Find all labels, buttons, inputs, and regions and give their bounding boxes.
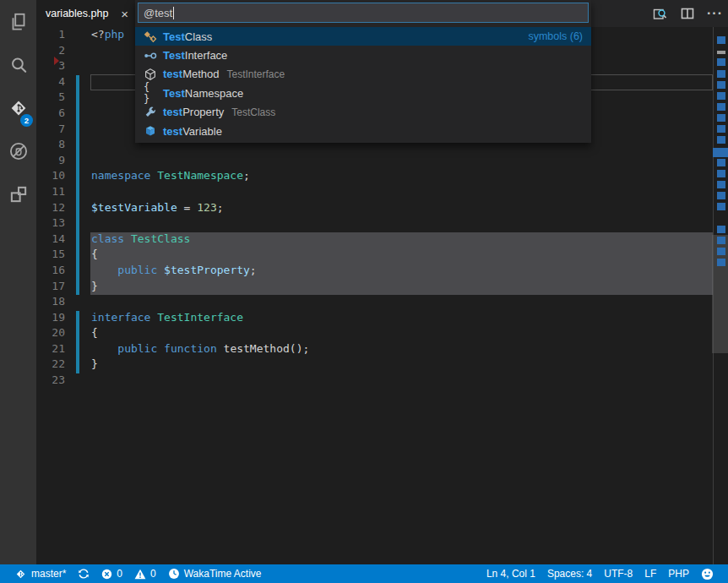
quickopen-query-text: @test	[144, 7, 172, 19]
overview-mark	[717, 170, 725, 177]
code-line-14[interactable]: class TestClass	[91, 232, 711, 248]
status-item-label: 0	[150, 568, 156, 580]
code-line-15[interactable]: {	[91, 248, 711, 264]
line-number[interactable]: 17	[36, 280, 73, 296]
line-number[interactable]: 15	[36, 248, 73, 264]
line-number[interactable]: 13	[36, 216, 73, 232]
overview-mark	[717, 36, 725, 44]
overview-mark	[717, 203, 725, 210]
method-icon	[144, 68, 157, 81]
line-number[interactable]: 22	[36, 357, 73, 373]
quickopen-item-TestClass[interactable]: TestClasssymbols (6)	[135, 27, 591, 46]
line-number[interactable]: 20	[36, 326, 73, 342]
results-count-badge: symbols (6)	[528, 30, 583, 42]
code-line-9[interactable]	[91, 154, 711, 170]
git-modified-gutter	[76, 75, 79, 295]
line-number[interactable]: 8	[36, 138, 73, 154]
overview-mark	[717, 51, 725, 54]
line-number[interactable]: 5	[36, 90, 73, 106]
code-line-11[interactable]	[91, 185, 711, 201]
status-item-wakatime[interactable]: WakaTime Active	[162, 564, 268, 583]
line-number[interactable]: 18	[36, 295, 73, 311]
activity-bar-item-extensions[interactable]	[0, 172, 36, 215]
status-item-language-mode[interactable]: PHP	[662, 564, 695, 583]
line-number[interactable]: 21	[36, 342, 73, 358]
code-line-13[interactable]	[91, 216, 711, 232]
code-line-23[interactable]	[91, 373, 711, 390]
overview-mark	[717, 181, 725, 188]
status-item-feedback[interactable]	[695, 564, 720, 583]
activity-bar-item-search[interactable]	[0, 43, 36, 86]
more-actions-icon[interactable]: ···	[707, 6, 723, 21]
code-line-22[interactable]: }	[91, 357, 711, 373]
code-line-21[interactable]: public function testMethod();	[91, 342, 711, 358]
split-editor-icon[interactable]	[680, 6, 695, 21]
overview-mark	[717, 226, 725, 233]
status-item-encoding[interactable]: UTF-8	[598, 564, 638, 583]
status-item-label: WakaTime Active	[184, 568, 262, 580]
symbol-label: TestClass	[163, 30, 212, 43]
symbol-label: testProperty	[163, 106, 224, 118]
line-number[interactable]: 23	[36, 373, 73, 390]
overview-mark	[717, 125, 725, 133]
line-number[interactable]: 9	[36, 154, 73, 170]
quickopen-item-testProperty[interactable]: testPropertyTestClass	[135, 103, 591, 122]
overview-ruler-border	[713, 27, 714, 564]
quickopen-item-TestNamespace[interactable]: { }TestNamespace	[135, 84, 591, 102]
clock-icon	[168, 568, 180, 580]
code-line-17[interactable]: }	[91, 280, 711, 296]
quickopen-results-list: TestClasssymbols (6)TestInterfacetestMet…	[135, 25, 591, 143]
feedback-smiley-icon	[701, 568, 714, 580]
line-number[interactable]: 19	[36, 311, 73, 327]
code-line-16[interactable]: public $testProperty;	[91, 264, 711, 280]
line-number[interactable]: 7	[36, 123, 73, 139]
symbol-label: testMethod	[163, 68, 220, 80]
sync-icon	[78, 568, 90, 580]
line-number[interactable]: 1	[36, 28, 73, 44]
open-preview-icon[interactable]	[652, 6, 668, 22]
status-item-sync[interactable]	[72, 564, 95, 583]
line-number[interactable]: 14	[36, 232, 73, 248]
code-line-10[interactable]: namespace TestNamespace;	[91, 169, 711, 185]
line-number[interactable]: 11	[36, 185, 73, 201]
status-item-errors[interactable]: 0	[95, 564, 128, 583]
line-number[interactable]: 16	[36, 264, 73, 280]
line-number[interactable]: 4	[36, 75, 73, 91]
overview-mark	[717, 237, 725, 244]
status-bar: master*00WakaTime Active Ln 4, Col 1Spac…	[0, 564, 728, 583]
line-number[interactable]: 2	[36, 44, 73, 60]
quickopen-item-TestInterface[interactable]: TestInterface	[135, 46, 591, 64]
line-number[interactable]: 10	[36, 169, 73, 185]
line-number[interactable]: 12	[36, 201, 73, 217]
overview-mark	[717, 259, 725, 266]
status-item-warnings[interactable]: 0	[128, 564, 162, 583]
tab-variables-php[interactable]: variables.php ×	[36, 0, 135, 27]
status-item-eol[interactable]: LF	[638, 564, 662, 583]
line-number[interactable]: 6	[36, 106, 73, 123]
quickopen-item-testMethod[interactable]: testMethodTestInterface	[135, 65, 591, 84]
symbol-label: TestNamespace	[163, 87, 243, 100]
activity-bar-item-source-control[interactable]: 2	[0, 86, 36, 129]
overview-mark	[717, 159, 725, 166]
extensions-icon	[8, 183, 30, 205]
status-item-cursor-position[interactable]: Ln 4, Col 1	[481, 564, 541, 583]
activity-bar-item-debug[interactable]	[0, 129, 36, 172]
quickopen-item-testVariable[interactable]: testVariable	[135, 122, 591, 140]
editor-actions: ···	[652, 0, 723, 27]
symbol-label: TestInterface	[163, 49, 227, 62]
debug-icon	[8, 140, 30, 162]
quickopen-input[interactable]: @test	[138, 3, 589, 23]
activity-bar-item-explorer[interactable]	[0, 0, 36, 43]
code-line-19[interactable]: interface TestInterface	[91, 311, 711, 327]
overview-mark	[717, 70, 725, 78]
status-item-indentation[interactable]: Spaces: 4	[541, 564, 598, 583]
code-line-12[interactable]: $testVariable = 123;	[91, 201, 711, 217]
line-number[interactable]: 3	[36, 59, 73, 75]
code-line-18[interactable]	[91, 295, 711, 311]
code-line-20[interactable]: {	[91, 326, 711, 342]
status-item-label: 0	[117, 568, 122, 580]
search-icon	[8, 54, 30, 76]
status-item-git-branch[interactable]: master*	[8, 564, 72, 583]
tab-close-icon[interactable]: ×	[121, 8, 128, 20]
git-modified-gutter	[76, 311, 79, 373]
